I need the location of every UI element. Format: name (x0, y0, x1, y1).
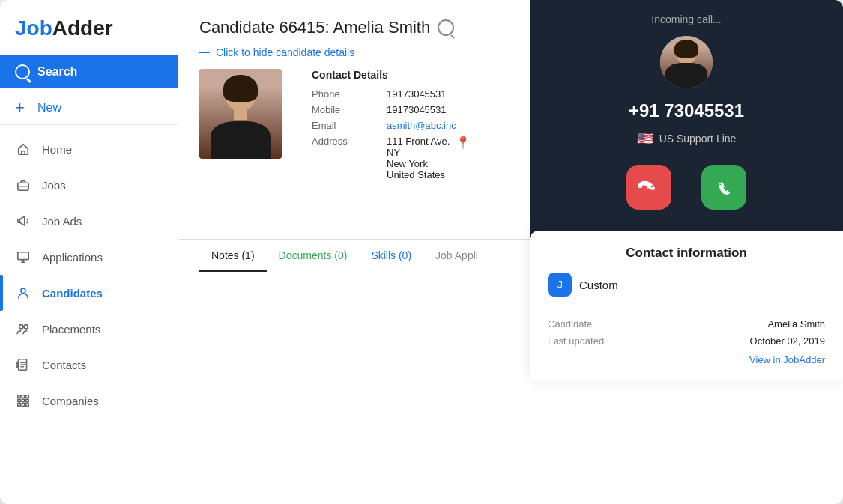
caller-avatar (660, 36, 713, 88)
hide-details-text: Click to hide candidate details (216, 46, 354, 58)
address-line4: United States (387, 169, 450, 180)
svg-rect-17 (26, 404, 29, 407)
source-icon: J (548, 273, 572, 297)
email-value[interactable]: asmith@abc.inc (387, 120, 456, 131)
popup-source: J Custom (548, 273, 825, 297)
sidebar-item-candidates[interactable]: Candidates (0, 275, 178, 311)
tab-notes-label: Notes (1) (211, 249, 255, 261)
contact-info-popup: Contact information J Custom Candidate A… (530, 231, 843, 381)
call-actions (545, 165, 828, 210)
logo: JobAdder (0, 0, 178, 52)
new-label: New (37, 101, 61, 115)
incoming-call-overlay: Incoming call... +91 73045531 🇺🇸 US Supp… (530, 0, 843, 381)
svg-rect-13 (22, 399, 25, 402)
candidates-icon (15, 285, 31, 301)
mobile-label: Mobile (312, 104, 372, 115)
address-line1: 111 Front Ave. (387, 136, 450, 147)
sidebar-item-placements-label: Placements (42, 323, 100, 336)
tab-job-applications[interactable]: Job Appli (423, 240, 490, 270)
phone-value: 19173045531 (387, 88, 447, 100)
sidebar-item-jobs[interactable]: Jobs (0, 167, 178, 203)
svg-rect-15 (18, 404, 21, 407)
search-button[interactable]: Search (0, 55, 178, 88)
sidebar-item-applications[interactable]: Applications (0, 239, 178, 275)
tab-skills-label: Skills (0) (371, 249, 411, 261)
popup-type-value: Amelia Smith (767, 318, 825, 330)
candidate-title: Candidate 66415: Amelia Smith (199, 18, 430, 37)
sidebar-item-placements[interactable]: Placements (0, 311, 178, 347)
sidebar-item-applications-label: Applications (42, 251, 103, 264)
sidebar-nav: Home Jobs (0, 125, 178, 504)
contact-details-heading: Contact Details (312, 69, 552, 81)
svg-rect-12 (18, 399, 21, 402)
sidebar-item-home-label: Home (42, 143, 72, 156)
new-button[interactable]: + New (0, 91, 178, 125)
photo-body (211, 121, 271, 159)
line-name: US Support Line (659, 133, 737, 145)
svg-point-5 (24, 325, 28, 329)
dash-icon (199, 52, 210, 53)
svg-rect-7 (17, 362, 19, 364)
placements-icon (15, 321, 31, 337)
photo-hair (223, 75, 258, 102)
contact-row-phone: Phone 19173045531 (312, 88, 552, 100)
contact-info-section: Contact Details Phone 19173045531 Mobile… (312, 69, 552, 224)
caller-photo-body (665, 63, 707, 88)
search-label: Search (37, 65, 77, 79)
tab-documents[interactable]: Documents (0) (267, 240, 360, 270)
briefcase-icon (15, 177, 31, 193)
contact-row-address: Address 111 Front Ave. NY New York Unite… (312, 136, 552, 180)
caller-number: +91 73045531 (545, 100, 828, 121)
tab-documents-label: Documents (0) (279, 249, 348, 261)
active-bar (0, 275, 3, 311)
caller-photo-hair (674, 40, 698, 58)
tab-skills[interactable]: Skills (0) (359, 240, 423, 270)
popup-type-label: Candidate (548, 318, 592, 330)
svg-rect-9 (18, 395, 21, 398)
svg-rect-14 (26, 399, 29, 402)
address-line2: NY (387, 147, 450, 158)
photo-neck (234, 109, 247, 120)
address-text: 111 Front Ave. NY New York United States (387, 136, 450, 180)
incoming-call-dark: Incoming call... +91 73045531 🇺🇸 US Supp… (530, 0, 843, 231)
incoming-call-text: Incoming call... (545, 13, 828, 25)
sidebar-item-contacts[interactable]: Contacts (0, 347, 178, 383)
svg-point-4 (19, 325, 23, 329)
accept-call-button[interactable] (701, 165, 746, 210)
megaphone-icon (15, 213, 31, 229)
contacts-icon (15, 356, 31, 373)
popup-divider (548, 309, 825, 309)
home-icon (15, 141, 31, 157)
tab-job-applications-label: Job Appli (435, 249, 478, 261)
svg-rect-8 (17, 365, 19, 368)
address-label: Address (312, 136, 372, 180)
sidebar-item-jobs-label: Jobs (42, 179, 66, 192)
caller-line: 🇺🇸 US Support Line (545, 130, 828, 147)
mobile-value: 19173045531 (387, 104, 447, 115)
sidebar: JobAdder Search + New Home (0, 0, 178, 504)
popup-row-updated: Last updated October 02, 2019 (548, 336, 825, 347)
sidebar-item-companies[interactable]: Companies (0, 383, 178, 419)
companies-icon (15, 392, 31, 409)
email-label: Email (312, 120, 372, 131)
popup-updated-value: October 02, 2019 (750, 336, 825, 347)
svg-rect-2 (18, 252, 28, 260)
sidebar-item-job-ads-label: Job Ads (42, 215, 82, 228)
search-icon (15, 64, 30, 79)
address-section: 111 Front Ave. NY New York United States… (387, 136, 471, 180)
contact-row-email: Email asmith@abc.inc (312, 120, 552, 131)
sidebar-item-job-ads[interactable]: Job Ads (0, 203, 178, 239)
svg-rect-16 (22, 404, 25, 407)
view-in-jobadder-link[interactable]: View in JobAdder (749, 354, 825, 365)
sidebar-item-companies-label: Companies (42, 395, 99, 407)
svg-rect-10 (22, 395, 25, 398)
tab-notes[interactable]: Notes (1) (199, 240, 267, 272)
flag-icon: 🇺🇸 (637, 130, 653, 147)
monitor-icon (15, 249, 31, 265)
sidebar-item-home[interactable]: Home (0, 131, 178, 167)
decline-call-button[interactable] (626, 165, 671, 210)
search-candidate-icon[interactable] (438, 19, 454, 36)
map-pin-icon[interactable]: 📍 (456, 136, 471, 180)
candidate-photo (199, 69, 282, 159)
logo-text: JobAdder (15, 16, 113, 40)
